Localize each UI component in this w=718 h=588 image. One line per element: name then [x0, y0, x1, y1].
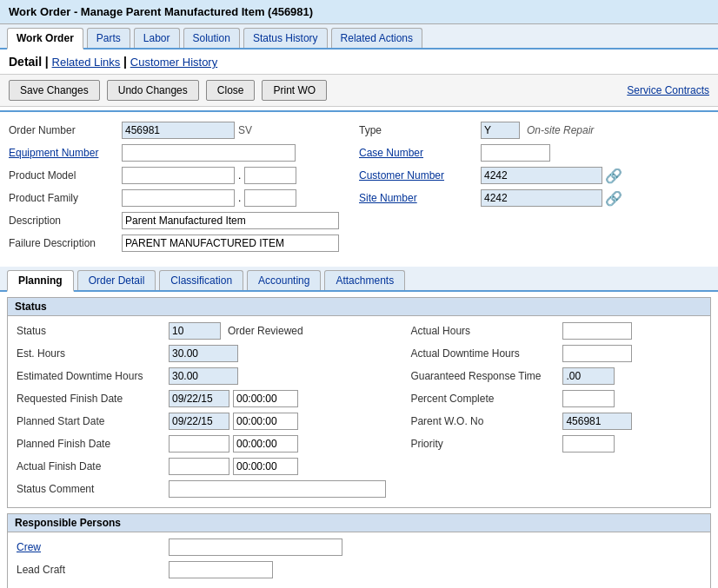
order-number-suffix: SV	[238, 124, 252, 136]
planned-finish-label: Planned Finish Date	[17, 438, 169, 450]
responsible-persons-header: Responsible Persons	[8, 514, 710, 532]
lead-craft-label: Lead Craft	[17, 564, 169, 576]
est-hours-input[interactable]	[169, 345, 238, 362]
order-number-label: Order Number	[9, 124, 122, 136]
page-title: Work Order - Manage Parent Manufactured …	[9, 5, 313, 18]
requested-finish-row: Requested Finish Date	[17, 389, 393, 408]
sub-tabs-bar: Planning Order Detail Classification Acc…	[0, 267, 718, 292]
customer-icon[interactable]: 🔗	[605, 168, 622, 184]
lead-craft-input[interactable]	[169, 561, 273, 578]
tab-related-actions[interactable]: Related Actions	[331, 28, 422, 48]
requested-finish-label: Requested Finish Date	[17, 393, 169, 405]
service-contracts-link[interactable]: Service Contracts	[627, 84, 709, 96]
status-section: Status Status Order Reviewed Est. Hours …	[7, 297, 711, 508]
priority-input[interactable]	[562, 435, 615, 453]
priority-row: Priority	[393, 434, 701, 453]
sub-tab-classification[interactable]: Classification	[159, 270, 243, 290]
case-number-label[interactable]: Case Number	[359, 147, 481, 159]
actual-finish-date-input[interactable]	[169, 458, 229, 475]
save-changes-button[interactable]: Save Changes	[9, 80, 100, 101]
customer-number-label[interactable]: Customer Number	[359, 169, 481, 182]
estimated-downtime-input[interactable]	[169, 367, 238, 385]
percent-complete-input[interactable]	[562, 390, 615, 407]
sub-tab-planning[interactable]: Planning	[7, 270, 74, 292]
percent-complete-row: Percent Complete	[393, 389, 701, 408]
title-bar: Work Order - Manage Parent Manufactured …	[0, 0, 718, 24]
close-button[interactable]: Close	[206, 80, 256, 101]
type-label: Type	[359, 124, 481, 136]
percent-complete-label: Percent Complete	[410, 393, 562, 405]
equipment-number-input[interactable]	[122, 144, 296, 162]
parent-wo-label: Parent W.O. No	[410, 415, 562, 427]
main-tabs-bar: Work Order Parts Labor Solution Status H…	[0, 24, 718, 50]
parent-wo-row: Parent W.O. No	[393, 412, 701, 431]
site-number-input[interactable]	[481, 189, 602, 207]
crew-row: Crew	[17, 538, 701, 557]
site-icon[interactable]: 🔗	[605, 190, 622, 207]
estimated-downtime-label: Estimated Downtime Hours	[17, 370, 169, 382]
product-family-input2[interactable]	[244, 189, 296, 207]
status-input[interactable]	[169, 322, 221, 340]
guaranteed-response-label: Guaranteed Response Time	[410, 370, 562, 382]
sub-tab-order-detail[interactable]: Order Detail	[77, 270, 156, 290]
est-hours-row: Est. Hours	[17, 344, 393, 363]
product-family-input[interactable]	[122, 189, 235, 207]
product-model-input2[interactable]	[244, 167, 296, 184]
actual-hours-input[interactable]	[562, 322, 632, 340]
sub-tab-attachments[interactable]: Attachments	[324, 270, 405, 290]
failure-description-input[interactable]	[122, 235, 339, 252]
failure-description-row: Failure Description	[9, 234, 359, 253]
tab-parts[interactable]: Parts	[87, 28, 130, 48]
parent-wo-input[interactable]	[562, 413, 632, 430]
actual-downtime-input[interactable]	[562, 345, 632, 362]
type-input[interactable]	[481, 122, 520, 139]
planned-start-label: Planned Start Date	[17, 415, 169, 427]
planned-start-date-input[interactable]	[169, 413, 229, 430]
type-desc: On-site Repair	[527, 124, 594, 136]
description-input[interactable]	[122, 212, 339, 229]
planned-finish-date-input[interactable]	[169, 435, 229, 453]
actual-hours-label: Actual Hours	[410, 325, 562, 337]
detail-label: Detail	[9, 55, 42, 69]
crew-input[interactable]	[169, 538, 342, 556]
status-label: Status	[17, 325, 169, 337]
related-links-link[interactable]: Related Links	[52, 56, 121, 69]
status-comment-input[interactable]	[169, 480, 386, 498]
product-model-label: Product Model	[9, 169, 122, 182]
site-number-label[interactable]: Site Number	[359, 192, 481, 204]
product-family-label: Product Family	[9, 192, 122, 204]
planned-start-time-input[interactable]	[233, 413, 298, 430]
status-desc: Order Reviewed	[228, 325, 303, 337]
tab-solution[interactable]: Solution	[183, 28, 240, 48]
priority-label: Priority	[410, 438, 562, 450]
order-number-input[interactable]	[122, 122, 235, 139]
tab-work-order[interactable]: Work Order	[7, 28, 83, 50]
customer-history-link[interactable]: Customer History	[130, 56, 217, 69]
main-form: Order Number SV Equipment Number Product…	[0, 116, 718, 261]
case-number-row: Case Number	[359, 143, 709, 162]
guaranteed-response-input[interactable]	[562, 367, 615, 385]
product-model-input[interactable]	[122, 167, 235, 184]
print-wo-button[interactable]: Print WO	[262, 80, 327, 101]
customer-number-input[interactable]	[481, 167, 602, 184]
sub-tab-accounting[interactable]: Accounting	[247, 270, 321, 290]
crew-label[interactable]: Crew	[17, 541, 169, 553]
site-number-row: Site Number 🔗	[359, 188, 709, 208]
tab-status-history[interactable]: Status History	[243, 28, 328, 48]
product-family-row: Product Family .	[9, 188, 359, 208]
planned-finish-row: Planned Finish Date	[17, 434, 393, 453]
tab-labor[interactable]: Labor	[134, 28, 180, 48]
requested-finish-date-input[interactable]	[169, 390, 229, 407]
undo-changes-button[interactable]: Undo Changes	[107, 80, 199, 101]
actual-downtime-row: Actual Downtime Hours	[393, 344, 701, 363]
product-model-row: Product Model .	[9, 166, 359, 185]
customer-number-row: Customer Number 🔗	[359, 166, 709, 185]
responsible-persons-section: Responsible Persons Crew Lead Craft	[7, 513, 711, 588]
requested-finish-time-input[interactable]	[233, 390, 298, 407]
status-row: Status Order Reviewed	[17, 321, 393, 340]
actual-finish-time-input[interactable]	[233, 458, 298, 475]
case-number-input[interactable]	[481, 144, 550, 162]
planned-finish-time-input[interactable]	[233, 435, 298, 453]
equipment-number-label[interactable]: Equipment Number	[9, 147, 122, 159]
order-number-row: Order Number SV	[9, 121, 359, 140]
